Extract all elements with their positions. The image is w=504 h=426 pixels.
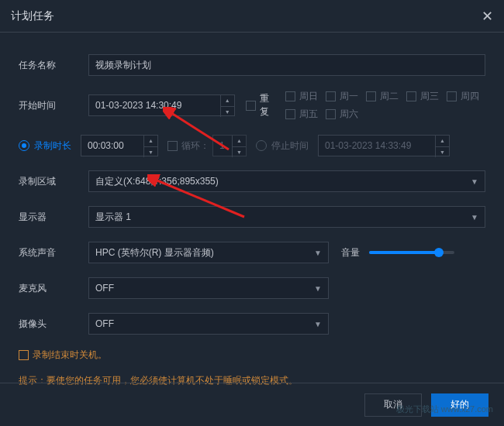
day-tue[interactable]: 周二 <box>366 90 399 103</box>
volume-slider[interactable] <box>369 251 454 254</box>
chevron-down-icon[interactable]: ▼ <box>144 147 157 158</box>
row-microphone: 麦克风 OFF ▼ <box>19 277 485 299</box>
display-select[interactable]: 显示器 1 ▼ <box>88 206 485 228</box>
repeat-group: 重复 <box>246 92 278 119</box>
ok-button[interactable]: 好的 <box>431 393 488 417</box>
day-fri[interactable]: 周五 <box>285 108 318 121</box>
repeat-checkbox[interactable] <box>246 101 256 111</box>
shutdown-checkbox[interactable] <box>19 350 29 360</box>
loop-checkbox[interactable] <box>167 141 178 151</box>
chevron-up-icon[interactable]: ▲ <box>436 136 449 147</box>
duration-input[interactable]: 00:03:00 ▲ ▼ <box>81 135 158 156</box>
chevron-up-icon[interactable]: ▲ <box>233 136 246 147</box>
volume-thumb[interactable] <box>434 248 444 257</box>
row-display: 显示器 显示器 1 ▼ <box>19 206 485 228</box>
day-sun[interactable]: 周日 <box>285 90 318 103</box>
row-system-audio: 系统声音 HPC (英特尔(R) 显示器音频) ▼ 音量 <box>19 242 485 263</box>
task-name-value: 视频录制计划 <box>95 59 151 72</box>
display-value: 显示器 1 <box>95 211 131 224</box>
row-timing: 录制时长 00:03:00 ▲ ▼ 循环： 1 ▲ ▼ 停止时间 <box>19 135 485 156</box>
duration-spinner[interactable]: ▲ ▼ <box>143 136 157 157</box>
task-name-input[interactable]: 视频录制计划 <box>88 54 485 76</box>
day-mon[interactable]: 周一 <box>326 90 358 103</box>
stoptime-spinner[interactable]: ▲ ▼ <box>435 136 449 157</box>
row-task-name: 任务名称 视频录制计划 <box>19 54 485 76</box>
chevron-down-icon: ▼ <box>314 284 322 293</box>
duration-value: 00:03:00 <box>88 140 124 151</box>
camera-select[interactable]: OFF ▼ <box>88 313 329 335</box>
microphone-select[interactable]: OFF ▼ <box>88 277 329 299</box>
content-area: 任务名称 视频录制计划 开始时间 01-03-2023 14:30:49 ▲ ▼… <box>0 33 504 395</box>
chevron-down-icon: ▼ <box>314 320 322 328</box>
chevron-down-icon[interactable]: ▼ <box>233 147 246 158</box>
label-start-time: 开始时间 <box>19 99 88 112</box>
label-record-area: 录制区域 <box>19 175 88 188</box>
day-thu[interactable]: 周四 <box>447 90 479 103</box>
loop-spinner[interactable]: ▲ ▼ <box>232 136 246 157</box>
day-wed[interactable]: 周三 <box>406 90 439 103</box>
chevron-down-icon[interactable]: ▼ <box>221 107 234 118</box>
start-time-input[interactable]: 01-03-2023 14:30:49 ▲ ▼ <box>88 94 235 116</box>
chevron-down-icon: ▼ <box>471 177 478 186</box>
label-system-audio: 系统声音 <box>19 246 88 259</box>
label-loop: 循环： <box>181 139 209 153</box>
shutdown-label: 录制结束时关机。 <box>33 349 107 362</box>
loop-count-value: 1 <box>219 140 225 151</box>
label-volume: 音量 <box>341 246 360 259</box>
day-sat[interactable]: 周六 <box>326 108 358 121</box>
system-audio-select[interactable]: HPC (英特尔(R) 显示器音频) ▼ <box>88 242 329 263</box>
label-camera: 摄像头 <box>19 318 88 331</box>
dialog-title: 计划任务 <box>11 9 54 23</box>
row-record-area: 录制区域 自定义(X:648,Y:356;895x355) ▼ <box>19 170 485 192</box>
row-camera: 摄像头 OFF ▼ <box>19 313 485 335</box>
days-group: 周日 周一 周二 周三 周四 周五 周六 <box>285 90 485 121</box>
title-bar: 计划任务 ✕ <box>0 0 504 33</box>
chevron-down-icon[interactable]: ▼ <box>436 147 449 158</box>
record-area-select[interactable]: 自定义(X:648,Y:356;895x355) ▼ <box>88 170 485 192</box>
chevron-up-icon[interactable]: ▲ <box>221 95 234 107</box>
start-time-value: 01-03-2023 14:30:49 <box>95 100 181 111</box>
row-start-time: 开始时间 01-03-2023 14:30:49 ▲ ▼ 重复 周日 周一 周二… <box>19 90 485 121</box>
camera-value: OFF <box>95 318 114 329</box>
shutdown-row: 录制结束时关机。 <box>19 349 485 362</box>
repeat-label: 重复 <box>260 92 278 119</box>
stoptime-group: 停止时间 <box>256 139 309 153</box>
stoptime-input[interactable]: 01-03-2023 14:33:49 ▲ ▼ <box>318 135 450 156</box>
cancel-button[interactable]: 取消 <box>364 393 422 417</box>
chevron-up-icon[interactable]: ▲ <box>144 136 157 147</box>
label-task-name: 任务名称 <box>19 59 88 72</box>
stoptime-value: 01-03-2023 14:33:49 <box>325 140 411 151</box>
label-duration: 录制时长 <box>34 139 71 153</box>
chevron-down-icon: ▼ <box>314 249 322 257</box>
start-time-spinner[interactable]: ▲ ▼ <box>220 95 234 117</box>
volume-fill <box>369 251 439 254</box>
stoptime-radio[interactable] <box>256 140 267 151</box>
duration-group: 录制时长 <box>19 139 71 153</box>
record-area-value: 自定义(X:648,Y:356;895x355) <box>95 175 219 188</box>
chevron-down-icon: ▼ <box>471 213 478 222</box>
label-microphone: 麦克风 <box>19 282 88 295</box>
loop-count-input[interactable]: 1 ▲ ▼ <box>212 135 247 156</box>
loop-group: 循环： 1 ▲ ▼ <box>167 135 247 156</box>
close-icon[interactable]: ✕ <box>482 8 493 25</box>
label-stoptime: 停止时间 <box>271 139 309 153</box>
footer: 取消 好的 <box>0 383 504 426</box>
microphone-value: OFF <box>95 283 114 294</box>
system-audio-value: HPC (英特尔(R) 显示器音频) <box>95 246 214 259</box>
duration-radio[interactable] <box>19 140 29 151</box>
label-display: 显示器 <box>19 211 88 224</box>
